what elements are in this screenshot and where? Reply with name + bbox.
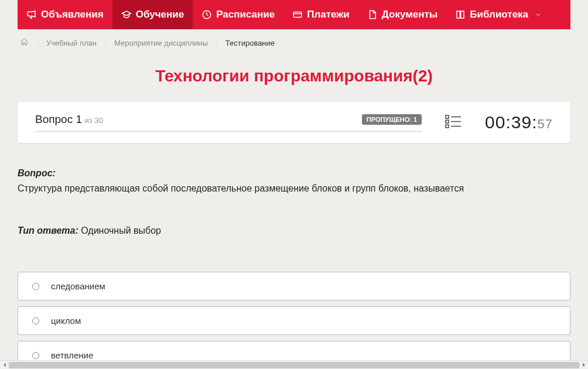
radio-icon — [32, 283, 39, 290]
svg-rect-4 — [446, 120, 449, 123]
progress-bar — [35, 131, 422, 132]
breadcrumb-curriculum[interactable]: Учебный план — [46, 39, 97, 47]
question-text: Структура представляющая собой последова… — [18, 182, 570, 196]
answer-option[interactable]: ветвление — [18, 341, 570, 360]
breadcrumb-home[interactable] — [20, 37, 29, 48]
nav-education[interactable]: Обучение — [112, 0, 193, 29]
doc-icon — [367, 9, 378, 20]
chevron-right-icon — [102, 39, 108, 47]
scroll-right-button[interactable] — [579, 361, 588, 370]
card-icon — [292, 9, 303, 20]
scrollbar-track[interactable] — [9, 361, 579, 370]
svg-rect-6 — [446, 125, 449, 128]
horizontal-scrollbar[interactable] — [0, 360, 588, 369]
nav-payments[interactable]: Платежи — [283, 0, 358, 29]
nav-documents[interactable]: Документы — [358, 0, 447, 29]
nav-library[interactable]: Библиотека — [446, 0, 551, 29]
main-nav: Объявления Обучение Расписание Платежи Д… — [18, 0, 570, 29]
nav-label: Платежи — [307, 9, 350, 20]
breadcrumb-discipline-event[interactable]: Мероприятие дисциплины — [114, 39, 208, 47]
answer-option[interactable]: следованием — [18, 272, 570, 300]
answer-type-value: Одиночный выбор — [78, 226, 161, 235]
question-total: из 30 — [84, 116, 102, 125]
nav-announcements[interactable]: Объявления — [18, 0, 112, 29]
skipped-badge: ПРОПУЩЕНО: 1 — [362, 114, 422, 125]
nav-label: Документы — [382, 9, 438, 20]
question-number: Вопрос 1 — [35, 113, 82, 125]
question-list-button[interactable] — [445, 114, 461, 131]
breadcrumb-current: Тестирование — [225, 39, 275, 47]
breadcrumb: Учебный план Мероприятие дисциплины Тест… — [0, 29, 588, 56]
timer: 00:39:57 — [485, 112, 553, 132]
chevron-down-icon — [535, 11, 542, 18]
answer-option[interactable]: циклом — [18, 306, 570, 335]
timer-main: 00:39: — [485, 112, 537, 132]
nav-schedule[interactable]: Расписание — [193, 0, 283, 29]
svg-rect-2 — [446, 115, 449, 118]
book-icon — [455, 9, 466, 20]
scrollbar-thumb[interactable] — [9, 362, 579, 368]
question-body: Вопрос: Структура представляющая собой п… — [0, 143, 588, 238]
nav-label: Объявления — [41, 9, 104, 20]
question-label: Вопрос: — [18, 168, 56, 178]
clock-icon — [201, 9, 212, 20]
answer-text: следованием — [51, 281, 105, 291]
page-title: Технологии программирования(2) — [0, 56, 588, 102]
answer-text: циклом — [51, 316, 81, 326]
question-header-card: Вопрос 1 из 30 ПРОПУЩЕНО: 1 00:39:57 — [18, 102, 570, 143]
radio-icon — [32, 317, 39, 324]
nav-label: Обучение — [136, 9, 184, 20]
chevron-right-icon — [214, 39, 220, 47]
megaphone-icon — [26, 9, 37, 20]
timer-seconds: 57 — [538, 117, 553, 132]
nav-label: Расписание — [216, 9, 275, 20]
nav-label: Библиотека — [470, 9, 528, 20]
grad-cap-icon — [121, 9, 132, 20]
scroll-left-button[interactable] — [0, 361, 9, 370]
answer-text: ветвление — [51, 350, 93, 360]
radio-icon — [32, 352, 39, 359]
answer-list: следованием циклом ветвление — [0, 238, 588, 360]
svg-rect-1 — [293, 12, 302, 18]
answer-type-label: Тип ответа: — [18, 226, 78, 235]
chevron-right-icon — [35, 39, 40, 47]
